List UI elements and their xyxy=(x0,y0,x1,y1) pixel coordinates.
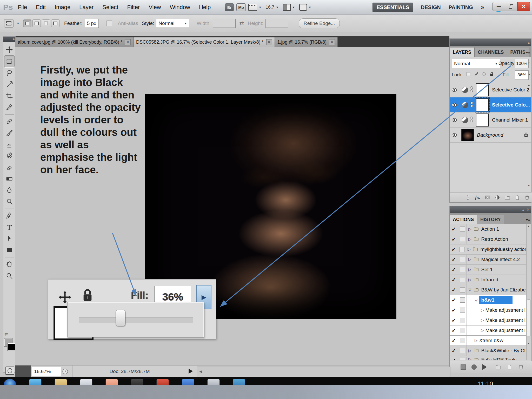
expand-arrow-icon[interactable]: ▷ xyxy=(468,267,471,272)
document-size-info[interactable]: Doc: 28.7M/28.7M xyxy=(72,365,187,377)
visibility-toggle[interactable] xyxy=(450,97,459,112)
fill-slider-handle[interactable] xyxy=(116,310,125,326)
layer-mask-thumbnail[interactable] xyxy=(476,114,489,127)
fill-slider-track[interactable] xyxy=(79,317,193,323)
visibility-toggle[interactable] xyxy=(450,128,459,142)
eraser-tool[interactable] xyxy=(4,162,15,173)
document-tab-2[interactable]: DSC05582.JPG @ 16.7% (Selective Color 1,… xyxy=(134,37,275,47)
minimize-button[interactable]: — xyxy=(493,2,505,11)
menu-image[interactable]: Image xyxy=(55,4,70,11)
action-dialog-toggle[interactable] xyxy=(458,325,467,335)
tab-history[interactable]: HISTORY xyxy=(477,215,504,224)
scroll-down-icon[interactable]: ▼ xyxy=(527,342,530,345)
arrange-documents-button[interactable]: ▼ xyxy=(248,4,262,11)
tab-actions[interactable]: ACTIONS xyxy=(450,215,477,224)
history-brush-tool[interactable] xyxy=(4,150,15,162)
refine-edge-button[interactable]: Refine Edge... xyxy=(299,18,340,28)
lasso-tool[interactable] xyxy=(4,67,15,79)
layer-row[interactable]: Selective Color 2 xyxy=(450,82,531,97)
action-dialog-toggle[interactable] xyxy=(458,234,467,244)
action-row[interactable]: ✓▷Magical effect 4.2 xyxy=(450,255,531,265)
fill-spinner-icon[interactable]: ▸ xyxy=(529,72,531,76)
lock-transparency-icon[interactable] xyxy=(466,71,471,77)
new-layer-icon[interactable] xyxy=(514,195,520,200)
anti-alias-checkbox[interactable] xyxy=(107,21,112,26)
action-toggle-checkbox[interactable]: ✓ xyxy=(450,234,458,244)
visibility-toggle[interactable] xyxy=(450,112,459,127)
menu-edit[interactable]: Edit xyxy=(36,4,46,11)
bridge-button[interactable]: Br xyxy=(225,3,234,11)
add-layer-mask-icon[interactable] xyxy=(485,195,490,200)
play-action-icon[interactable] xyxy=(482,364,490,370)
shape-tool[interactable] xyxy=(4,244,15,256)
workspace-design[interactable]: DESIGN xyxy=(421,4,441,10)
tab-layers[interactable]: LAYERS xyxy=(450,48,475,57)
scroll-left-icon[interactable]: ◀ xyxy=(199,369,202,374)
expand-arrow-icon[interactable]: ▽ xyxy=(475,298,478,302)
menu-file[interactable]: File xyxy=(18,4,27,11)
type-tool[interactable] xyxy=(4,222,15,233)
workspace-essentials[interactable]: ESSENTIALS xyxy=(373,3,413,12)
action-toggle-checkbox[interactable]: ✓ xyxy=(450,244,458,254)
action-row[interactable]: ✓▷Xtrem b&w xyxy=(450,336,531,346)
background-color-swatch[interactable] xyxy=(8,343,15,351)
action-row[interactable]: ✓▷Infrared xyxy=(450,275,531,285)
action-toggle-checkbox[interactable]: ✓ xyxy=(450,315,458,325)
action-dialog-toggle[interactable] xyxy=(458,275,467,285)
action-toggle-checkbox[interactable]: ✓ xyxy=(450,275,458,285)
action-dialog-toggle[interactable] xyxy=(458,265,467,275)
view-extras-button[interactable]: ▼ xyxy=(283,4,295,11)
action-toggle-checkbox[interactable]: ✓ xyxy=(450,224,458,234)
lock-pixels-icon[interactable] xyxy=(474,71,479,77)
visibility-eye-icon[interactable] xyxy=(451,88,457,92)
fill-value-field[interactable]: 36% xyxy=(515,70,529,80)
marquee-tool-preset-icon[interactable] xyxy=(4,19,14,28)
opacity-spinner-icon[interactable]: ▸ xyxy=(529,61,531,64)
layer-style-icon[interactable]: fx. xyxy=(475,195,481,200)
action-dialog-toggle[interactable] xyxy=(458,315,467,325)
brush-tool[interactable] xyxy=(4,127,15,139)
layer-row[interactable]: Channel Mixer 1 xyxy=(450,112,531,128)
close-tab-icon[interactable]: ✕ xyxy=(329,39,335,45)
action-row[interactable]: ✓▽b&w1 xyxy=(450,295,531,305)
action-row[interactable]: ✓▷Make adjustment l... xyxy=(450,315,531,325)
close-button[interactable]: ✕ xyxy=(517,2,530,11)
action-row[interactable]: ✓▽B&W by JaniElizabeth xyxy=(450,285,531,295)
action-toggle-checkbox[interactable]: ✓ xyxy=(450,295,458,305)
lock-all-icon[interactable] xyxy=(489,71,494,77)
visibility-toggle[interactable] xyxy=(450,82,459,97)
expand-arrow-icon[interactable]: ▷ xyxy=(468,348,471,353)
lock-position-icon[interactable] xyxy=(481,71,487,77)
path-selection-tool[interactable] xyxy=(4,233,15,244)
action-toggle-checkbox[interactable]: ✓ xyxy=(450,325,458,335)
expand-arrow-icon[interactable]: ▷ xyxy=(468,237,471,242)
healing-brush-tool[interactable] xyxy=(4,116,15,127)
action-row[interactable]: ✓▷Action 1 xyxy=(450,224,531,234)
action-dialog-toggle[interactable] xyxy=(458,346,467,356)
panel-menu-icon[interactable]: ▾≡ xyxy=(526,217,530,222)
tab-paths[interactable]: PATHS xyxy=(507,48,529,57)
blend-mode-select[interactable]: Normal ▼ xyxy=(452,59,500,68)
close-tab-icon[interactable]: ✕ xyxy=(266,39,272,45)
action-row[interactable]: ✓▷Faf's HDR Tools xyxy=(450,356,531,360)
scroll-down-icon[interactable]: ▼ xyxy=(527,184,531,187)
action-toggle-checkbox[interactable]: ✓ xyxy=(450,305,458,315)
collapse-tools-icon[interactable]: » xyxy=(3,37,15,42)
subtract-selection-mode-button[interactable] xyxy=(42,19,50,27)
opacity-value-field[interactable]: 100% xyxy=(515,59,529,68)
rectangular-marquee-tool[interactable] xyxy=(4,55,15,67)
action-toggle-checkbox[interactable]: ✓ xyxy=(450,336,458,345)
zoom-level-control[interactable]: 16.7 ▼ xyxy=(266,5,279,10)
dodge-tool[interactable] xyxy=(4,196,15,207)
menu-select[interactable]: Select xyxy=(102,4,118,11)
stop-playing-icon[interactable] xyxy=(461,364,466,370)
crop-tool[interactable] xyxy=(4,90,15,102)
expand-arrow-icon[interactable]: ▷ xyxy=(468,227,471,231)
expand-arrow-icon[interactable]: ▷ xyxy=(468,247,471,252)
swap-colors-icon[interactable]: ⇄ xyxy=(4,332,8,336)
expand-arrow-icon[interactable]: ▷ xyxy=(475,338,478,343)
horizontal-scrollbar[interactable]: ◀ xyxy=(197,367,450,376)
action-row[interactable]: ✓▷Set 1 xyxy=(450,265,531,275)
collapse-panel-icon[interactable]: « xyxy=(522,208,524,212)
clone-stamp-tool[interactable] xyxy=(4,139,15,150)
